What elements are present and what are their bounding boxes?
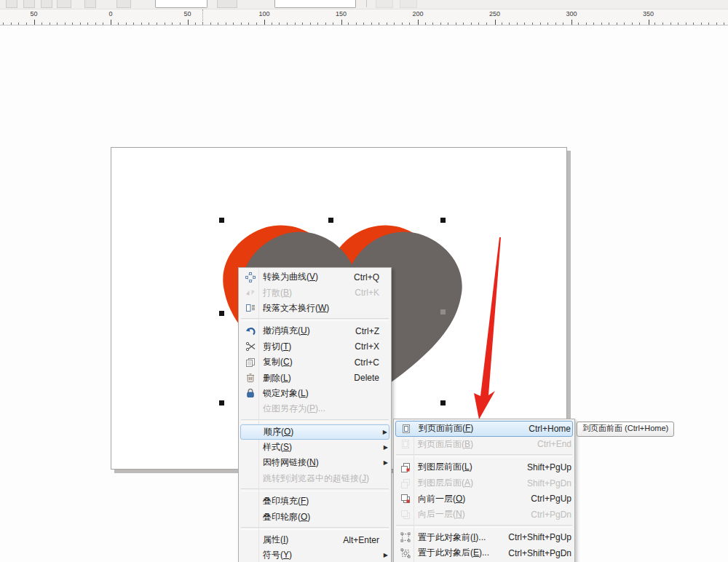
toolbar-icon-fragment[interactable] [400,0,417,8]
menu-item-shortcut: Ctrl+Shift+PgUp [501,532,571,542]
ruler-minor-tick [617,23,617,25]
context-menu-item-3[interactable]: 段落文本换行(W) [239,301,391,316]
context-menu-item-11[interactable]: 样式(S)▶ [239,440,391,455]
toolbar-input[interactable] [274,0,356,8]
menu-item-label: 叠印轮廓(O) [263,511,372,523]
ruler-minor-tick [210,23,211,25]
ruler-minor-tick [670,23,671,25]
selection-handle-mid-right[interactable] [440,309,446,314]
ruler-minor-tick [87,23,88,25]
ruler-minor-tick [463,23,464,25]
ruler-minor-tick [432,23,433,25]
ruler-minor-tick [26,23,27,25]
toolbar-icon-fragment[interactable] [23,0,35,8]
ruler-minor-tick [701,23,702,25]
menu-separator [241,488,389,491]
ruler-minor-tick [716,23,717,25]
ruler-minor-tick [195,23,196,25]
context-menu-item-12[interactable]: 因特网链接(N)▶ [239,455,391,470]
order-submenu-item-3[interactable]: 到图层前面(L)Shift+PgUp [394,459,574,475]
context-menu-item-16[interactable]: 属性(I)Alt+Enter [239,532,391,547]
selection-handle-top-center[interactable] [328,218,333,223]
ruler-minor-tick [693,23,694,25]
menu-item-label: 撤消填充(U) [263,325,348,337]
ruler-minor-tick [325,23,326,25]
ruler-minor-tick [547,23,548,25]
selection-handle-top-right[interactable] [440,218,446,223]
context-menu-item-10[interactable]: 顺序(O)▶ [240,424,389,440]
menu-item-shortcut: Ctrl+X [347,341,379,352]
order-submenu-item-7[interactable]: 置于此对象前(I)...Ctrl+Shift+PgUp [394,530,574,546]
menu-item-shortcut: Ctrl+C [347,357,379,368]
toolbar-icon-fragment[interactable] [217,0,237,8]
toolbar-icon-fragment[interactable] [376,0,393,8]
ruler-minor-tick [295,23,296,25]
break-apart-icon [242,288,258,298]
ruler-minor-tick [409,23,410,25]
menu-item-shortcut: Ctrl+Shift+PgDn [501,548,571,558]
ruler-minor-tick [118,23,119,25]
ruler-minor-tick [456,23,456,25]
menu-item-label: 属性(I) [263,534,336,546]
selection-handle-bottom-left[interactable] [219,400,224,405]
ruler-minor-tick [601,23,602,25]
ruler-unit-label: 50 [181,10,195,17]
ruler-minor-tick [317,23,318,25]
context-menu-item-15[interactable]: 叠印轮廓(O) [239,509,391,524]
menu-item-shortcut: Alt+Enter [336,535,379,545]
ruler-minor-tick [57,23,58,25]
ruler-major-tick [418,20,419,25]
ruler-major-tick [188,20,189,25]
menu-item-label: 到页面前面(F) [419,422,521,435]
menu-item-label: 符号(Y) [263,549,372,561]
toolbar-icon-fragment[interactable] [116,0,131,8]
context-menu-item-4[interactable]: 撤消填充(U)Ctrl+Z [239,323,391,339]
selection-handle-bottom-right[interactable] [440,400,446,405]
toolbar-icon-fragment[interactable] [84,0,96,8]
context-menu-item-8[interactable]: 锁定对象(L) [239,386,391,401]
toolbar-icon-fragment[interactable] [41,0,52,8]
menu-item-label: 到图层后面(A) [418,477,520,489]
ruler-minor-tick [141,23,142,25]
ruler-major-tick [649,20,649,25]
to-front-of-layer-icon [397,462,414,472]
selection-handle-top-left[interactable] [219,218,224,223]
ruler-minor-tick [333,23,333,25]
menu-separator [241,419,389,422]
menu-item-shortcut: Ctrl+End [530,439,571,449]
context-menu-item-7[interactable]: 删除(L)Delete [239,370,391,385]
ruler-minor-tick [609,23,609,25]
context-menu-item-14[interactable]: 叠印填充(F) [239,494,391,509]
order-submenu-item-8[interactable]: 置于此对象后(E)...Ctrl+Shift+PgDn [394,545,574,561]
context-menu-item-1[interactable]: 转换为曲线(V)Ctrl+Q [239,269,391,285]
ruler-minor-tick [180,23,181,25]
ruler-minor-tick [272,23,272,25]
toolbar-icon-fragment[interactable] [6,0,17,8]
context-menu-item-17[interactable]: 符号(Y)▶ [239,547,391,562]
context-menu-item-5[interactable]: 剪切(T)Ctrl+X [239,339,391,355]
menu-separator [396,525,572,528]
order-submenu: 到页面前面(F)Ctrl+Home到页面后面(B)Ctrl+End到图层前面(L… [393,419,575,562]
order-submenu-item-5[interactable]: 向前一层(O)Ctrl+PgUp [394,491,574,507]
ruler-major-tick [264,20,265,25]
ruler-minor-tick [578,23,579,25]
order-submenu-item-1[interactable]: 到页面前面(F)Ctrl+Home [395,421,573,437]
menu-item-shortcut: Ctrl+Z [348,326,379,336]
toolbar-combobox[interactable] [155,0,207,8]
ruler-major-tick [341,20,342,25]
toolbar-icon-fragment[interactable] [57,0,71,8]
menu-item-label: 跳转到浏览器中的超链接(J) [263,472,372,485]
ruler-unit-label: 250 [488,10,502,17]
menu-item-label: 打散(B) [263,287,347,299]
menu-item-label: 因特网链接(N) [263,456,372,469]
menu-item-label: 复制(C) [263,356,347,368]
context-menu-item-6[interactable]: 复制(C)Ctrl+C [239,355,391,370]
ruler-minor-tick [387,23,387,25]
ruler-minor-tick [371,23,372,25]
context-menu: 转换为曲线(V)Ctrl+Q打散(B)Ctrl+K段落文本换行(W)撤消填充(U… [238,267,392,562]
submenu-arrow-icon: ▶ [379,459,388,466]
selection-handle-mid-left[interactable] [219,311,224,316]
horizontal-ruler[interactable]: 50050100150200250300350 [0,9,728,25]
menu-item-label: 锁定对象(L) [263,387,372,400]
ruler-minor-tick [524,23,525,25]
